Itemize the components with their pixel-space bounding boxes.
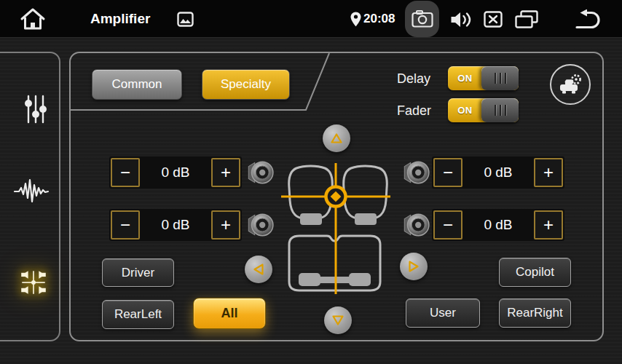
sidebar-item-balance[interactable] (0, 257, 62, 308)
camera-icon (412, 10, 433, 28)
screenshot-button[interactable] (405, 1, 439, 37)
copilot-zone-label: Copilot (516, 265, 554, 280)
rear-left-speaker-icon (244, 210, 275, 240)
front-right-plus-button[interactable]: + (534, 158, 563, 187)
back-icon (572, 9, 603, 30)
up-triangle-icon (331, 133, 342, 143)
recents-icon (514, 10, 539, 29)
delay-toggle-handle (481, 66, 519, 90)
status-bar: Amplifier 20:08 (0, 0, 622, 38)
tab-specialty-label: Specialty (221, 77, 271, 92)
copilot-zone-button[interactable]: Copilot (499, 258, 571, 287)
front-left-gain-row: − 0 dB + (109, 157, 242, 189)
fader-toggle[interactable]: ON (448, 98, 519, 122)
sidebar (0, 52, 60, 341)
sidebar-item-equalizer[interactable] (0, 84, 62, 135)
delay-on-label: ON (448, 66, 482, 90)
clock-text: 20:08 (363, 0, 395, 38)
rear-left-plus-button[interactable]: + (211, 210, 240, 240)
rear-right-gain-row: − 0 dB + (432, 209, 564, 241)
waveform-icon (14, 178, 49, 204)
car-settings-button[interactable] (550, 64, 591, 105)
right-triangle-icon (409, 261, 419, 272)
recent-apps-button[interactable] (514, 10, 539, 29)
arrow-up-button[interactable] (323, 124, 350, 152)
rear-right-speaker-icon (400, 210, 430, 240)
seat-diagram (282, 162, 391, 297)
back-button[interactable] (572, 9, 603, 30)
rearleft-zone-button[interactable]: RearLeft (102, 300, 174, 329)
fader-toggle-handle (481, 98, 519, 122)
driver-zone-label: Driver (122, 266, 154, 280)
arrow-left-button[interactable] (245, 256, 272, 283)
volume-icon (450, 11, 473, 28)
rear-right-gain-value: 0 dB (462, 217, 534, 233)
front-left-seat (289, 166, 333, 218)
location-icon (350, 12, 361, 27)
tab-common-label: Common (112, 77, 162, 92)
all-zone-button[interactable]: All (193, 298, 266, 329)
amplifier-panel: Common Specialty Delay ON Fader ON (69, 52, 604, 341)
left-triangle-icon (253, 264, 264, 275)
car-gear-icon (558, 74, 583, 95)
rearright-zone-label: RearRight (507, 306, 563, 320)
volume-button[interactable] (450, 11, 473, 28)
rear-bench-cap-right (349, 273, 371, 286)
arrow-right-button[interactable] (400, 253, 428, 280)
front-right-speaker-icon (400, 157, 430, 188)
home-icon (19, 7, 47, 31)
user-zone-button[interactable]: User (406, 298, 480, 328)
delay-toggle[interactable]: ON (448, 66, 519, 90)
rear-right-minus-button[interactable]: − (433, 210, 462, 240)
sidebar-item-effects[interactable] (0, 165, 62, 216)
rearleft-zone-label: RearLeft (114, 307, 162, 322)
gallery-icon[interactable] (177, 12, 194, 27)
front-right-gain-row: − 0 dB + (432, 157, 564, 189)
close-icon (484, 11, 503, 28)
page-title: Amplifier (90, 0, 150, 38)
front-right-gain-value: 0 dB (462, 165, 534, 181)
rear-left-minus-button[interactable]: − (111, 210, 140, 240)
down-triangle-icon (332, 315, 344, 325)
all-zone-label: All (221, 306, 237, 321)
rear-left-gain-value: 0 dB (140, 217, 211, 233)
balance-speakers-icon (18, 267, 49, 298)
user-zone-label: User (430, 306, 456, 320)
front-right-minus-button[interactable]: − (433, 158, 462, 187)
front-left-speaker-icon (244, 157, 275, 188)
front-left-cushion (300, 213, 322, 225)
amplifier-screen: Amplifier 20:08 (0, 0, 622, 364)
front-right-seat (344, 166, 387, 218)
arrow-down-button[interactable] (324, 306, 352, 334)
rearright-zone-button[interactable]: RearRight (499, 298, 571, 328)
fader-label: Fader (397, 103, 431, 119)
eq-sliders-icon (23, 94, 49, 124)
front-left-plus-button[interactable]: + (211, 158, 240, 187)
close-app-button[interactable] (484, 11, 503, 28)
delay-label: Delay (397, 71, 430, 87)
fader-on-label: ON (448, 98, 482, 122)
front-left-minus-button[interactable]: − (111, 158, 140, 187)
front-left-gain-value: 0 dB (140, 165, 211, 181)
home-button[interactable] (19, 7, 47, 31)
rear-bench-cap-left (299, 273, 320, 286)
driver-zone-button[interactable]: Driver (102, 258, 174, 287)
rear-left-gain-row: − 0 dB + (109, 209, 242, 241)
rear-right-plus-button[interactable]: + (534, 210, 563, 240)
front-right-cushion (355, 213, 377, 225)
tab-common[interactable]: Common (92, 69, 182, 100)
tab-specialty[interactable]: Specialty (202, 69, 290, 100)
